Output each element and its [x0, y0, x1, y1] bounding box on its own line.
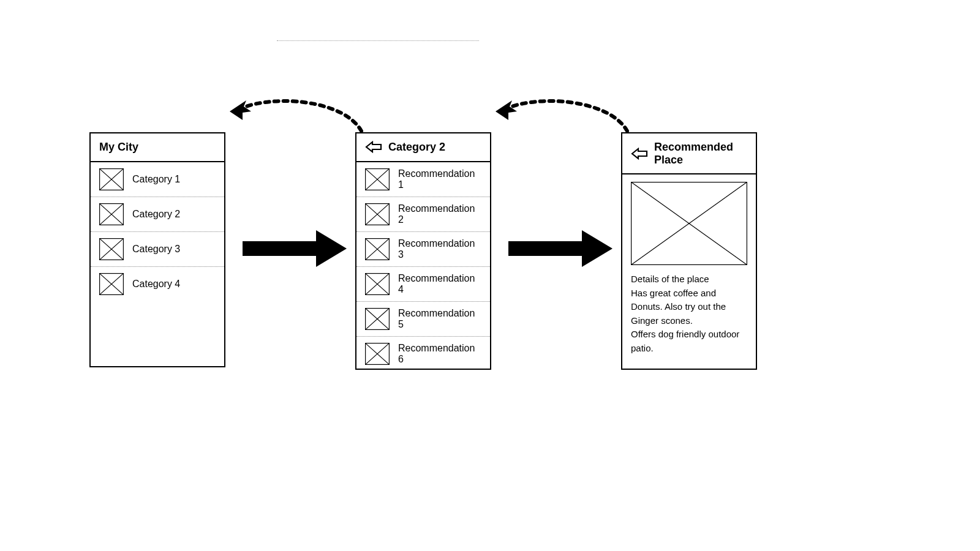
recommendation-item[interactable]: Recommendation 3	[356, 232, 490, 267]
placeholder-image-icon	[631, 182, 747, 265]
divider-rule	[277, 40, 479, 41]
recommendation-item[interactable]: Recommendation 2	[356, 197, 490, 232]
placeholder-image-icon	[99, 238, 124, 260]
screen-place-detail: Recommended Place Details of the place H…	[621, 132, 757, 370]
back-navigation-arrow-icon	[494, 93, 635, 136]
back-navigation-arrow-icon	[228, 93, 369, 136]
screen-recommendation-list: Category 2 Recommendation 1 Recommendati…	[355, 132, 491, 370]
detail-line: Details of the place	[631, 272, 747, 287]
detail-line: Has great coffee and Donuts. Also try ou…	[631, 287, 747, 328]
placeholder-image-icon	[365, 308, 390, 330]
placeholder-image-icon	[365, 273, 390, 295]
recommendation-item-label: Recommendation 6	[398, 343, 481, 365]
category-list: Category 1 Category 2 Category 3 Categor…	[91, 162, 224, 301]
screen1-title: My City	[99, 141, 138, 154]
back-arrow-icon[interactable]	[365, 141, 382, 153]
screen1-header: My City	[91, 133, 224, 162]
placeholder-image-icon	[365, 168, 390, 190]
screen-category-list: My City Category 1 Category 2 Category 3…	[89, 132, 225, 367]
placeholder-image-icon	[365, 203, 390, 225]
detail-image-container	[622, 174, 756, 272]
forward-arrow-icon	[508, 230, 612, 267]
forward-arrow-icon	[243, 230, 347, 267]
category-item[interactable]: Category 3	[91, 232, 224, 267]
recommendation-item[interactable]: Recommendation 6	[356, 337, 490, 370]
recommendation-item[interactable]: Recommendation 5	[356, 302, 490, 337]
detail-line: Offers dog friendly outdoor patio.	[631, 328, 747, 355]
placeholder-image-icon	[365, 343, 390, 365]
recommendation-item-label: Recommendation 2	[398, 203, 481, 225]
recommendation-list: Recommendation 1 Recommendation 2 Recomm…	[356, 162, 490, 370]
recommendation-item[interactable]: Recommendation 1	[356, 162, 490, 197]
recommendation-item[interactable]: Recommendation 4	[356, 267, 490, 302]
category-item[interactable]: Category 2	[91, 197, 224, 232]
screen2-title: Category 2	[388, 141, 445, 154]
screen3-title: Recommended Place	[654, 141, 747, 166]
category-item[interactable]: Category 1	[91, 162, 224, 197]
recommendation-item-label: Recommendation 5	[398, 308, 481, 330]
placeholder-image-icon	[99, 203, 124, 225]
detail-description: Details of the place Has great coffee an…	[622, 272, 756, 364]
category-item-label: Category 2	[132, 209, 180, 220]
screen2-header: Category 2	[356, 133, 490, 162]
screen3-header: Recommended Place	[622, 133, 756, 174]
back-arrow-icon[interactable]	[631, 148, 648, 160]
placeholder-image-icon	[365, 238, 390, 260]
recommendation-item-label: Recommendation 1	[398, 168, 481, 190]
recommendation-item-label: Recommendation 4	[398, 273, 481, 295]
placeholder-image-icon	[99, 168, 124, 190]
category-item-label: Category 3	[132, 244, 180, 255]
category-item-label: Category 4	[132, 279, 180, 290]
recommendation-item-label: Recommendation 3	[398, 238, 481, 260]
category-item-label: Category 1	[132, 174, 180, 185]
placeholder-image-icon	[99, 273, 124, 295]
category-item[interactable]: Category 4	[91, 267, 224, 301]
